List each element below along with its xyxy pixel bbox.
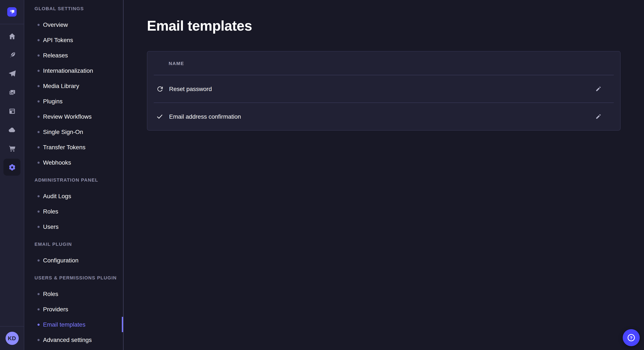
subnav-section-administration-panel: ADMINISTRATION PANEL Audit Logs Roles Us… bbox=[24, 177, 123, 234]
subnav-item-review-workflows[interactable]: Review Workflows bbox=[24, 109, 123, 124]
table-row-reset-password[interactable]: Reset password bbox=[147, 75, 620, 103]
nav-releases-button[interactable] bbox=[4, 65, 20, 82]
rail-icon-list bbox=[0, 24, 24, 326]
subnav-item-admin-roles[interactable]: Roles bbox=[24, 204, 123, 219]
subnav-item-label: Advanced settings bbox=[43, 336, 92, 343]
layout-icon bbox=[8, 107, 16, 115]
media-gallery-icon bbox=[8, 88, 16, 96]
logo-container bbox=[0, 0, 24, 24]
section-title: EMAIL PLUGIN bbox=[24, 242, 123, 247]
pencil-icon bbox=[596, 86, 602, 92]
bullet-icon bbox=[38, 54, 40, 56]
subnav-item-label: Roles bbox=[43, 291, 58, 297]
subnav-item-label: Media Library bbox=[43, 82, 79, 89]
subnav-section-global-settings: GLOBAL SETTINGS Overview API Tokens Rele… bbox=[24, 6, 123, 170]
nav-settings-button[interactable] bbox=[4, 159, 20, 176]
subnav-item-overview[interactable]: Overview bbox=[24, 17, 123, 32]
pencil-icon bbox=[596, 114, 602, 120]
bullet-icon bbox=[38, 339, 40, 341]
subnav-item-label: Configuration bbox=[43, 257, 78, 264]
subnav-item-label: Webhooks bbox=[43, 159, 71, 166]
subnav-item-providers[interactable]: Providers bbox=[24, 302, 123, 317]
template-name: Reset password bbox=[169, 85, 212, 92]
subnav-item-webhooks[interactable]: Webhooks bbox=[24, 155, 123, 170]
bullet-icon bbox=[38, 226, 40, 228]
subnav-item-transfer-tokens[interactable]: Transfer Tokens bbox=[24, 140, 123, 155]
paper-plane-icon bbox=[8, 70, 16, 78]
subnav-item-up-roles[interactable]: Roles bbox=[24, 286, 123, 302]
bullet-icon bbox=[38, 195, 40, 197]
svg-text:?: ? bbox=[630, 335, 633, 340]
question-circle-icon: ? bbox=[626, 333, 636, 342]
user-avatar[interactable]: KD bbox=[5, 332, 18, 345]
nav-home-button[interactable] bbox=[4, 28, 20, 45]
check-icon bbox=[156, 113, 163, 120]
subnav-item-label: Audit Logs bbox=[43, 193, 71, 199]
bullet-icon bbox=[38, 24, 40, 26]
cloud-icon bbox=[8, 126, 16, 134]
bullet-icon bbox=[38, 324, 40, 326]
bullet-icon bbox=[38, 259, 40, 261]
subnav-item-label: Users bbox=[43, 223, 58, 230]
nav-content-type-builder-button[interactable] bbox=[4, 103, 20, 120]
section-title: GLOBAL SETTINGS bbox=[24, 6, 123, 11]
email-templates-table: NAME Reset password bbox=[147, 51, 620, 131]
bullet-icon bbox=[38, 85, 40, 87]
template-name: Email address confirmation bbox=[169, 113, 241, 120]
strapi-settings-page: KD GLOBAL SETTINGS Overview API Tokens R… bbox=[0, 0, 644, 350]
subnav-item-single-sign-on[interactable]: Single Sign-On bbox=[24, 124, 123, 140]
settings-subnav: GLOBAL SETTINGS Overview API Tokens Rele… bbox=[24, 0, 124, 350]
nav-cloud-button[interactable] bbox=[4, 121, 20, 138]
edit-reset-password-button[interactable] bbox=[593, 83, 604, 94]
subnav-item-label: Review Workflows bbox=[43, 113, 92, 120]
subnav-item-label: API Tokens bbox=[43, 37, 73, 43]
subnav-item-label: Internationalization bbox=[43, 67, 93, 74]
bullet-icon bbox=[38, 161, 40, 164]
bullet-icon bbox=[38, 146, 40, 148]
bullet-icon bbox=[38, 70, 40, 72]
bullet-icon bbox=[38, 39, 40, 41]
subnav-item-users[interactable]: Users bbox=[24, 219, 123, 234]
cart-icon bbox=[8, 144, 16, 153]
help-button[interactable]: ? bbox=[623, 329, 640, 346]
subnav-item-label: Roles bbox=[43, 208, 58, 215]
subnav-item-media-library[interactable]: Media Library bbox=[24, 78, 123, 94]
subnav-item-plugins[interactable]: Plugins bbox=[24, 94, 123, 109]
rail-footer: KD bbox=[0, 326, 24, 350]
table-header-row: NAME bbox=[147, 51, 620, 75]
subnav-section-users-permissions-plugin: USERS & PERMISSIONS PLUGIN Roles Provide… bbox=[24, 275, 123, 348]
bullet-icon bbox=[38, 116, 40, 118]
gear-icon bbox=[8, 163, 16, 172]
main-content: Email templates NAME Reset password bbox=[124, 0, 644, 350]
home-icon bbox=[8, 32, 16, 40]
subnav-item-label: Single Sign-On bbox=[43, 128, 83, 135]
active-item-indicator bbox=[122, 317, 123, 332]
subnav-item-api-tokens[interactable]: API Tokens bbox=[24, 32, 123, 48]
subnav-item-label: Transfer Tokens bbox=[43, 144, 86, 151]
nav-marketplace-button[interactable] bbox=[4, 140, 20, 157]
edit-email-confirmation-button[interactable] bbox=[593, 111, 604, 122]
bullet-icon bbox=[38, 210, 40, 212]
page-title: Email templates bbox=[147, 18, 620, 34]
main-nav-rail: KD bbox=[0, 0, 24, 350]
refresh-icon bbox=[156, 86, 163, 92]
table-row-email-address-confirmation[interactable]: Email address confirmation bbox=[147, 103, 620, 130]
subnav-item-internationalization[interactable]: Internationalization bbox=[24, 63, 123, 78]
subnav-item-label: Overview bbox=[43, 21, 68, 28]
nav-content-manager-button[interactable] bbox=[4, 46, 20, 63]
bullet-icon bbox=[38, 293, 40, 295]
subnav-item-audit-logs[interactable]: Audit Logs bbox=[24, 188, 123, 204]
subnav-item-releases[interactable]: Releases bbox=[24, 48, 123, 63]
section-title: USERS & PERMISSIONS PLUGIN bbox=[24, 275, 123, 280]
subnav-item-email-templates[interactable]: Email templates bbox=[24, 317, 123, 332]
subnav-item-label: Providers bbox=[43, 306, 68, 313]
bullet-icon bbox=[38, 131, 40, 133]
feather-icon bbox=[8, 51, 16, 59]
subnav-item-configuration[interactable]: Configuration bbox=[24, 253, 123, 268]
subnav-item-label: Plugins bbox=[43, 98, 62, 105]
subnav-item-label: Email templates bbox=[43, 321, 86, 328]
nav-media-library-button[interactable] bbox=[4, 84, 20, 101]
subnav-section-email-plugin: EMAIL PLUGIN Configuration bbox=[24, 242, 123, 268]
strapi-logo[interactable] bbox=[7, 7, 16, 16]
subnav-item-advanced-settings[interactable]: Advanced settings bbox=[24, 332, 123, 348]
